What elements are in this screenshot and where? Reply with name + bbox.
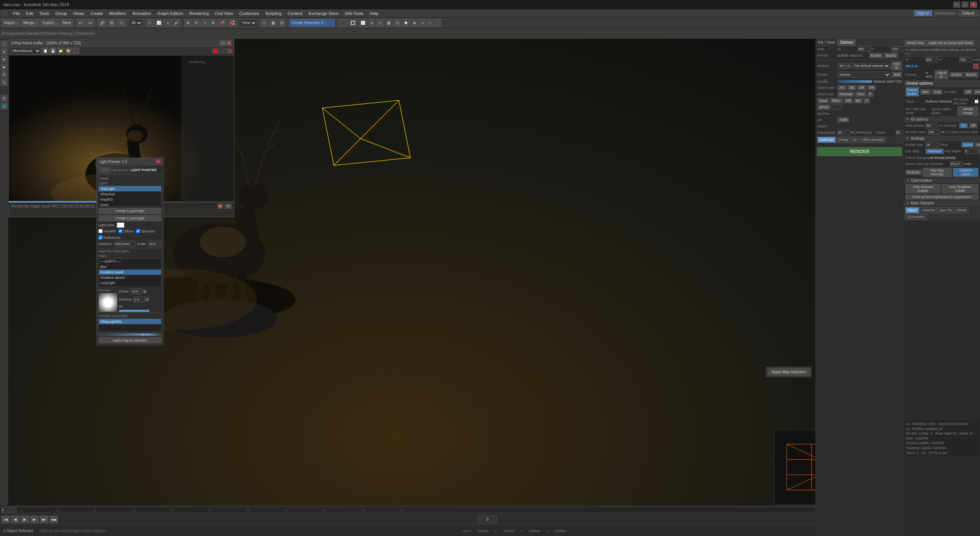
workspace-dropdown[interactable]: Default <box>959 10 978 16</box>
start-frame-input[interactable] <box>2 507 15 513</box>
create-2pt-btn[interactable]: Create 2 point light <box>98 215 162 221</box>
dr-btn2[interactable]: DR <box>844 98 853 103</box>
scale-input[interactable] <box>148 241 162 247</box>
options-tab[interactable]: Options <box>838 39 856 46</box>
merge-btn[interactable]: Merge... <box>21 19 40 27</box>
modify-panel-btn[interactable]: ⚙ <box>1 48 8 55</box>
hierarchy-panel-btn[interactable]: ⊞ <box>1 56 8 63</box>
adv-btn[interactable]: ADV <box>855 92 866 97</box>
play-back-btn[interactable]: ◀◀ <box>49 516 58 523</box>
menu-modifiers[interactable]: Modifiers <box>106 10 129 16</box>
save-settings-btn[interactable]: Save <box>817 98 829 103</box>
frame-buffer-btn[interactable]: Frame Buffer <box>905 87 919 96</box>
tool7-btn[interactable]: ⊡ <box>394 19 401 27</box>
vbaa-tab[interactable]: VBAA <box>905 207 919 213</box>
aa-off-btn[interactable]: Off <box>964 89 972 95</box>
used-btn[interactable]: Used <box>978 149 980 154</box>
menu-create[interactable]: Create <box>87 10 106 16</box>
awb-btn[interactable]: AWB <box>838 117 849 123</box>
sign-in-btn[interactable]: Sign In <box>914 10 932 16</box>
affect-backgrd-tab[interactable]: Affect Backgrd <box>859 137 886 143</box>
autoplot-tab[interactable]: AutoPlot <box>920 207 937 213</box>
map-blur[interactable]: Blur: <box>99 264 161 270</box>
specular-check[interactable]: Specular <box>136 229 155 233</box>
de-btn[interactable]: DE <box>848 85 856 90</box>
menu-rendering[interactable]: Rendering <box>186 10 212 16</box>
menu-tools[interactable]: Tools <box>36 10 52 16</box>
adjust2-btn[interactable]: Adjust to <box>934 70 948 79</box>
motion-panel-btn[interactable]: ▶ <box>1 64 8 70</box>
post-input[interactable] <box>831 105 842 110</box>
vfb-pause-btn[interactable]: ⏸ <box>225 204 232 209</box>
lp-vraylight-item[interactable]: VrayLight <box>99 186 161 191</box>
lp-created-list[interactable]: VRayLight001 <box>98 319 162 332</box>
map-slider[interactable] <box>98 333 162 336</box>
sr-check-color[interactable] <box>975 100 978 103</box>
h-size-input[interactable] <box>959 57 972 62</box>
create-selection-btn[interactable]: Create Selection S... <box>289 19 335 27</box>
map-square-soft[interactable]: Square softbox <box>99 286 161 287</box>
sr-color-swatch[interactable] <box>973 64 978 69</box>
cheap-tab[interactable]: Cheap <box>836 137 851 143</box>
dynthr-tab[interactable]: Dyn Thr <box>938 207 954 213</box>
menu-scripting[interactable]: Scripting <box>262 10 285 16</box>
menu-animation[interactable]: Animation <box>129 10 154 16</box>
mirror-btn[interactable]: ⬡ <box>260 19 268 27</box>
minimize-btn[interactable]: — <box>953 2 960 8</box>
elem-btn[interactable]: Elem. <box>830 98 843 103</box>
tool5-btn[interactable]: ⬡ <box>376 19 384 27</box>
hide-passes-input[interactable] <box>926 123 938 128</box>
tool10-btn[interactable]: ⬧ <box>419 19 426 27</box>
import-btn[interactable]: Import... <box>2 19 20 27</box>
tool8-btn[interactable]: ⬢ <box>402 19 410 27</box>
auto-glosses-btn[interactable]: Auto Glosses Subdiv <box>905 184 941 193</box>
power-spin-up[interactable]: ▲ <box>143 289 147 293</box>
menu-sini[interactable]: SiNi Tools <box>341 10 366 16</box>
menu-graph-editors[interactable]: Graph Editors <box>154 10 186 16</box>
vray-btn[interactable]: Vray <box>932 89 942 95</box>
pr-btn[interactable]: PR <box>867 85 876 90</box>
map-grad-round[interactable]: Gradient round <box>99 270 161 275</box>
render-btn[interactable]: RENDER <box>817 147 902 156</box>
menu-edit[interactable]: Edit <box>23 10 36 16</box>
off-btn[interactable]: Off <box>969 123 977 128</box>
move-btn[interactable]: ⊕ <box>184 19 192 27</box>
created-vrlight001[interactable]: VRayLight001 <box>99 319 161 324</box>
display-panel-btn[interactable]: 👁 <box>1 71 8 78</box>
select-filter-dropdown[interactable]: All <box>129 19 142 27</box>
select-paint-btn[interactable]: 🖌 <box>172 19 181 27</box>
enviro-btn[interactable]: Enviro <box>869 53 883 58</box>
snap-btn[interactable]: 🧲 <box>227 19 237 27</box>
tool6-btn[interactable]: ▦ <box>385 19 393 27</box>
edit-btn[interactable]: Edit <box>892 72 902 77</box>
current-frame-input[interactable] <box>478 516 497 523</box>
embree-btn[interactable]: Embree <box>905 170 921 175</box>
backg-btn[interactable]: BackG <box>884 53 898 58</box>
select-btn[interactable]: ↖ <box>146 19 154 27</box>
menu-exchange[interactable]: Exchange Store <box>305 10 341 16</box>
align-btn[interactable]: ⊟ <box>278 19 286 27</box>
array-btn[interactable]: ▦ <box>269 19 277 27</box>
apply-sr-btn[interactable]: Apply SR to scene and close <box>926 40 974 46</box>
apply-map-selection-btn[interactable]: Apply Map selection <box>768 368 810 376</box>
tool3-btn[interactable]: ⬜ <box>358 19 368 27</box>
vfb-color-btn[interactable]: 🎨 <box>65 47 72 54</box>
light-color-swatch[interactable] <box>117 222 124 228</box>
init-save-tab[interactable]: Init / Save <box>816 39 838 46</box>
tool12-btn[interactable]: ⬫ <box>434 19 441 27</box>
tool11-btn[interactable]: ⬩ <box>427 19 434 27</box>
quality-slider[interactable] <box>838 80 872 83</box>
menu-help[interactable]: Help <box>366 10 381 16</box>
whole-image-btn[interactable]: Whole image <box>957 106 978 116</box>
invisible-check[interactable]: Invisible <box>98 229 116 233</box>
max-btn[interactable]: Max <box>920 89 931 95</box>
prev-frame-btn[interactable]: ◀ <box>11 516 20 523</box>
force-all-btn[interactable]: Force all Non-VrayShaders to VrayShaders <box>905 194 978 199</box>
menu-file[interactable]: File <box>10 10 23 16</box>
srgb-btn[interactable]: sRGB <box>817 105 830 110</box>
auto-shadows-btn[interactable]: Auto Shadows Subdiv <box>942 184 978 193</box>
vfb-lock-btn[interactable] <box>223 49 227 53</box>
undo-btn[interactable]: ↩ <box>77 19 85 27</box>
menu-content[interactable]: Content <box>285 10 306 16</box>
tool2-btn[interactable]: 🔳 <box>348 19 358 27</box>
